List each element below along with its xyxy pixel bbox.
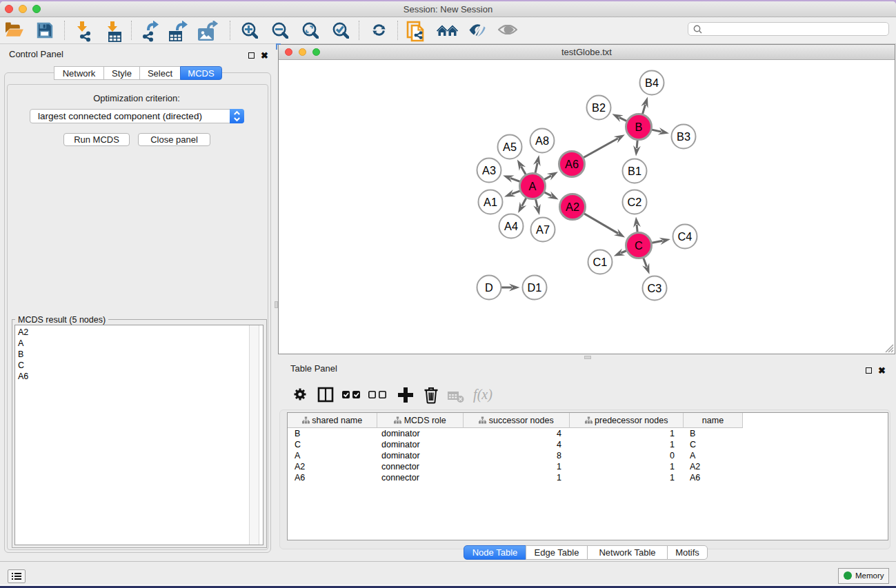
svg-text:A3: A3: [482, 164, 496, 176]
svg-text:B2: B2: [592, 101, 606, 114]
svg-text:A5: A5: [503, 141, 517, 153]
svg-text:A1: A1: [484, 196, 497, 208]
svg-text:f(x): f(x): [473, 387, 492, 403]
svg-text:C3: C3: [648, 282, 662, 294]
svg-text:C4: C4: [678, 230, 693, 243]
svg-text:C: C: [635, 239, 643, 252]
svg-text:D1: D1: [528, 281, 542, 294]
svg-text:C1: C1: [593, 256, 608, 268]
svg-text:C2: C2: [628, 196, 642, 208]
svg-text:A6: A6: [565, 158, 579, 170]
svg-text:B4: B4: [645, 77, 659, 89]
svg-text:A: A: [529, 180, 537, 192]
svg-text:B: B: [635, 121, 643, 133]
svg-text:B3: B3: [677, 130, 690, 143]
svg-text:A7: A7: [536, 223, 550, 236]
svg-text:B1: B1: [628, 165, 641, 177]
svg-text:D: D: [485, 281, 493, 294]
svg-text:A4: A4: [504, 220, 518, 232]
svg-text:A8: A8: [535, 134, 549, 147]
svg-text:A2: A2: [566, 201, 579, 213]
